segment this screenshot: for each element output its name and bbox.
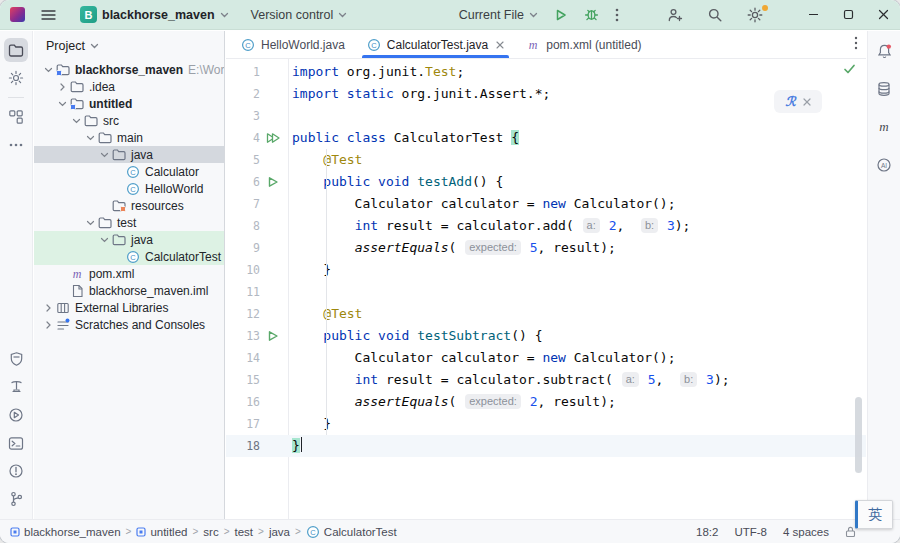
settings-button[interactable] bbox=[741, 4, 769, 26]
project-badge: B bbox=[80, 6, 97, 23]
chevron-down-icon[interactable] bbox=[98, 235, 111, 245]
chevron-down-icon bbox=[90, 42, 99, 50]
tool-button-vcs-branch[interactable] bbox=[4, 487, 28, 511]
chevron-down-icon[interactable] bbox=[84, 218, 97, 228]
chevron-right-icon[interactable] bbox=[42, 320, 55, 330]
code-editor[interactable]: 1import org.junit.Test;2import static or… bbox=[226, 59, 866, 519]
tool-button-stamp[interactable] bbox=[4, 375, 28, 399]
breadcrumb-item-untitled[interactable]: untitled bbox=[136, 526, 187, 538]
breadcrumb-item-test[interactable]: test bbox=[235, 526, 254, 538]
tab-close-icon[interactable] bbox=[496, 41, 504, 49]
database-icon bbox=[876, 81, 892, 97]
dependencies-shield-icon bbox=[9, 351, 24, 367]
chevron-right-icon[interactable] bbox=[56, 82, 69, 92]
code-line-7: 7 Calculator calculator = new Calculator… bbox=[226, 193, 866, 215]
tree-item-calculatortest[interactable]: CCalculatorTest bbox=[34, 248, 224, 265]
breadcrumb-item-calculatortest[interactable]: CCalculatorTest bbox=[306, 525, 397, 539]
editor-area: CHelloWorld.javaCCalculatorTest.javampom… bbox=[226, 31, 866, 519]
editor-tab-calculatortest-java[interactable]: CCalculatorTest.java bbox=[356, 31, 515, 58]
breadcrumb-item-java[interactable]: java bbox=[269, 526, 290, 538]
tree-item-test[interactable]: test bbox=[34, 214, 224, 231]
tree-item-blackhorse-maven-iml[interactable]: blackhorse_maven.iml bbox=[34, 282, 224, 299]
tree-item-pom-xml[interactable]: mpom.xml bbox=[34, 265, 224, 282]
project-panel-title: Project bbox=[46, 39, 85, 53]
debug-button[interactable] bbox=[578, 4, 605, 25]
breadcrumb-label: untitled bbox=[150, 526, 187, 538]
code-text: } bbox=[286, 413, 331, 435]
tool-button-terminal[interactable] bbox=[4, 431, 28, 455]
folder-icon bbox=[111, 148, 127, 161]
line-number: 3 bbox=[226, 105, 260, 127]
run-method-gutter-icon[interactable] bbox=[260, 325, 286, 347]
ime-indicator[interactable]: 英 bbox=[855, 500, 893, 529]
breadcrumb-item-blackhorse-maven[interactable]: blackhorse_maven bbox=[10, 526, 121, 538]
tree-item-label: Scratches and Consoles bbox=[75, 318, 205, 332]
more-actions-button[interactable] bbox=[609, 5, 625, 25]
vcs-widget-button[interactable]: Version control bbox=[245, 5, 354, 25]
encoding-widget[interactable]: UTF-8 bbox=[734, 526, 767, 538]
structure-icon bbox=[8, 109, 24, 125]
breadcrumb-separator: > bbox=[295, 526, 301, 537]
parameter-hint: expected: bbox=[465, 240, 521, 255]
line-number: 4 bbox=[226, 127, 260, 149]
run-configuration-selector[interactable]: Current File bbox=[453, 5, 544, 25]
chevron-down-icon[interactable] bbox=[56, 99, 69, 109]
indent-widget[interactable]: 4 spaces bbox=[783, 526, 829, 538]
editor-tab-helloworld-java[interactable]: CHelloWorld.java bbox=[230, 31, 356, 58]
ai-floating-widget[interactable]: ℛ bbox=[774, 90, 822, 113]
tool-button-project-folder[interactable] bbox=[4, 38, 28, 62]
tool-button-notifications-bell[interactable] bbox=[872, 39, 896, 63]
tree-item-untitled[interactable]: untitled bbox=[34, 95, 224, 112]
code-with-me-button[interactable] bbox=[661, 4, 689, 26]
tree-item-scratches-and-consoles[interactable]: Scratches and Consoles bbox=[34, 316, 224, 333]
tool-button-structure[interactable] bbox=[4, 105, 28, 129]
tool-button-gear[interactable] bbox=[4, 66, 28, 90]
close-icon[interactable] bbox=[803, 98, 811, 106]
app-logo-icon bbox=[10, 7, 25, 22]
tool-button-ai-assistant[interactable]: AI bbox=[872, 153, 896, 177]
tree-item-resources[interactable]: resources bbox=[34, 197, 224, 214]
code-text: int result = calculator.subtract( a: 5, … bbox=[286, 369, 730, 391]
search-everywhere-button[interactable] bbox=[701, 4, 729, 26]
tree-item-external-libraries[interactable]: External Libraries bbox=[34, 299, 224, 316]
run-method-gutter-icon[interactable] bbox=[260, 171, 286, 193]
tree-item-src[interactable]: src bbox=[34, 112, 224, 129]
code-line-12: 12 @Test bbox=[226, 303, 866, 325]
main-menu-button[interactable] bbox=[35, 6, 62, 24]
run-class-gutter-icon[interactable] bbox=[260, 127, 286, 149]
tree-item-java[interactable]: java bbox=[34, 231, 224, 248]
chevron-down-icon[interactable] bbox=[42, 65, 55, 75]
tab-label: HelloWorld.java bbox=[261, 38, 345, 52]
tool-button-maven[interactable]: m bbox=[872, 115, 896, 139]
tool-button-dependencies-shield[interactable] bbox=[4, 347, 28, 371]
tree-item-main[interactable]: main bbox=[34, 129, 224, 146]
breadcrumb-label: java bbox=[269, 526, 290, 538]
window-maximize-icon[interactable] bbox=[842, 8, 855, 21]
chevron-right-icon[interactable] bbox=[42, 303, 55, 313]
caret-position-widget[interactable]: 18:2 bbox=[696, 526, 718, 538]
chevron-down-icon[interactable] bbox=[70, 116, 83, 126]
tool-button-database[interactable] bbox=[872, 77, 896, 101]
tool-button-services-play[interactable] bbox=[4, 403, 28, 427]
tree-item-calculator[interactable]: CCalculator bbox=[34, 163, 224, 180]
editor-tab-pom-xml-untitled-[interactable]: mpom.xml (untitled) bbox=[515, 31, 652, 58]
tab-options-kebab-icon[interactable] bbox=[854, 36, 858, 50]
chevron-down-icon[interactable] bbox=[98, 150, 111, 160]
class-icon: C bbox=[367, 38, 381, 52]
breadcrumb-item-src[interactable]: src bbox=[203, 526, 218, 538]
window-close-icon[interactable] bbox=[877, 8, 890, 21]
tool-button-problems[interactable] bbox=[4, 459, 28, 483]
tree-item-helloworld[interactable]: CHelloWorld bbox=[34, 180, 224, 197]
project-widget-button[interactable]: B blackhorse_maven bbox=[74, 3, 235, 26]
editor-scrollbar[interactable] bbox=[855, 397, 862, 473]
chevron-down-icon[interactable] bbox=[84, 133, 97, 143]
tree-item-java[interactable]: java bbox=[34, 146, 224, 163]
run-button[interactable] bbox=[548, 5, 574, 25]
tree-item--idea[interactable]: .idea bbox=[34, 78, 224, 95]
project-panel-header[interactable]: Project bbox=[34, 31, 224, 61]
inspections-ok-check-icon[interactable] bbox=[843, 63, 856, 75]
tree-item-label: External Libraries bbox=[75, 301, 168, 315]
tool-button-more[interactable] bbox=[4, 133, 28, 157]
tree-item-blackhorse-maven[interactable]: blackhorse_mavenE:\WorkSpace bbox=[34, 61, 224, 78]
window-minimize-icon[interactable] bbox=[807, 8, 820, 21]
